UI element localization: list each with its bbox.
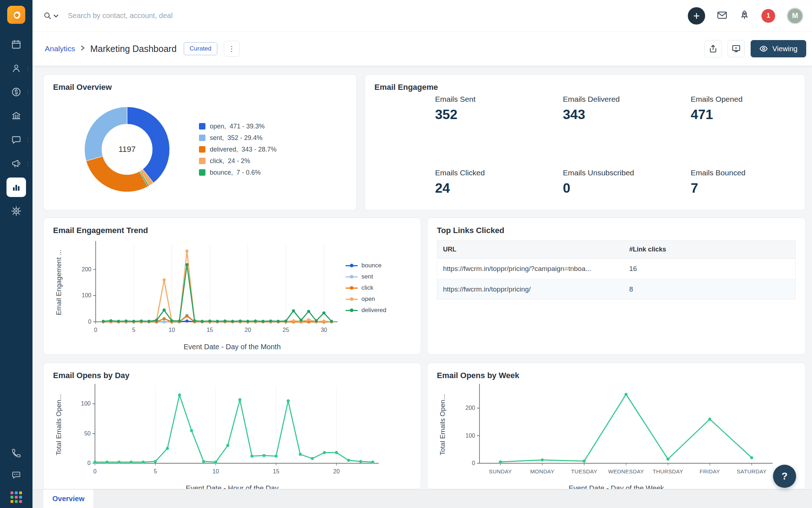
phone-icon[interactable] xyxy=(11,448,21,460)
present-button[interactable] xyxy=(728,40,745,57)
card-title: Top Links Clicked xyxy=(437,226,796,235)
search-scope-chevron-icon[interactable] xyxy=(53,14,58,18)
engagement-trend-chart[interactable]: 0100200051015202530Email Engagement ... xyxy=(53,237,346,342)
svg-text:5: 5 xyxy=(132,327,135,333)
email-inbox-button[interactable] xyxy=(717,10,728,22)
card-email-engagement: Email Engageme Emails Sent352Emails Deli… xyxy=(365,74,805,210)
app-switcher-icon[interactable] xyxy=(10,491,22,503)
legend-label: open xyxy=(361,295,375,303)
notifications-badge[interactable]: 1 xyxy=(761,9,775,23)
sidebar-item-conversations[interactable]: ⋮ xyxy=(0,128,32,152)
topbar-actions: + 1 M xyxy=(688,7,812,25)
contacts-kebab-icon[interactable]: ⋮ xyxy=(25,66,31,71)
svg-text:200: 200 xyxy=(465,405,475,411)
svg-text:100: 100 xyxy=(82,292,91,298)
sidebar-nav: ⋮ ⋮ ⋮ ⋮ xyxy=(0,32,32,223)
legend-item[interactable]: delivered, 343 - 28.7% xyxy=(199,146,277,153)
x-axis-label: Event Date - Hour of the Day xyxy=(53,484,411,489)
metric-label: Emails Opened xyxy=(691,95,805,104)
column-header-clicks[interactable]: #Link clicks xyxy=(624,241,796,259)
legend-item[interactable]: click xyxy=(346,284,407,292)
svg-text:WEDNESDAY: WEDNESDAY xyxy=(608,468,644,474)
metric: Emails Clicked24 xyxy=(435,168,563,196)
card-title: Email Opens by Day xyxy=(53,371,411,380)
svg-text:15: 15 xyxy=(273,468,279,474)
legend-item[interactable]: open, 471 - 39.3% xyxy=(199,123,277,130)
chat-icon xyxy=(11,134,22,145)
svg-text:TUESDAY: TUESDAY xyxy=(571,468,598,474)
legend-label: open, 471 - 39.3% xyxy=(210,123,265,130)
email-overview-body: 1197 open, 471 - 39.3%sent, 352 - 29.4%d… xyxy=(53,101,347,198)
sidebar-item-calendar[interactable] xyxy=(0,32,32,56)
breadcrumb-analytics-link[interactable]: Analytics xyxy=(45,44,75,53)
deals-kebab-icon[interactable]: ⋮ xyxy=(25,89,31,95)
freshworks-logo[interactable] xyxy=(7,6,25,24)
conversations-kebab-icon[interactable]: ⋮ xyxy=(25,137,31,143)
metric-value: 24 xyxy=(435,181,563,196)
svg-text:Total Emails Open...: Total Emails Open... xyxy=(55,394,62,455)
sidebar-item-campaigns[interactable]: ⋮ xyxy=(0,152,32,175)
quick-add-button[interactable]: + xyxy=(688,7,705,25)
viewing-button[interactable]: Viewing xyxy=(751,40,806,57)
search-icon[interactable] xyxy=(43,12,52,20)
calendar-icon xyxy=(11,39,22,50)
x-axis-label: Event Date - Day of the Month xyxy=(53,343,411,351)
page-header: Analytics Marketing Dashboard Curated ⋮ … xyxy=(32,32,812,66)
svg-text:Total Emails Open...: Total Emails Open... xyxy=(439,394,446,455)
sidebar-item-analytics[interactable] xyxy=(0,175,32,199)
column-header-url[interactable]: URL xyxy=(437,241,624,259)
bottom-tab-bar: Overview xyxy=(32,489,812,508)
sidebar-item-contacts[interactable]: ⋮ xyxy=(0,56,32,80)
avatar[interactable]: M xyxy=(787,8,803,24)
legend-item[interactable]: sent, 352 - 29.4% xyxy=(199,134,277,142)
opens-by-week-chart[interactable]: 0100200SUNDAYMONDAYTUESDAYWEDNESDAYTHURS… xyxy=(437,380,794,482)
svg-text:0: 0 xyxy=(94,327,97,333)
card-email-overview: Email Overview 1197 open, 471 - 39.3%sen… xyxy=(43,74,357,210)
svg-text:10: 10 xyxy=(169,327,175,333)
metric: Emails Sent352 xyxy=(435,95,563,122)
svg-text:25: 25 xyxy=(283,327,289,333)
legend-label: bounce, 7 - 0.6% xyxy=(210,169,261,176)
svg-text:0: 0 xyxy=(472,460,475,466)
link-url[interactable]: https://fwcrm.in/toppr/pricing/?campaign… xyxy=(437,259,624,279)
table-row[interactable]: https://fwcrm.in/toppr/pricing/8 xyxy=(437,279,796,300)
legend-item[interactable]: open xyxy=(346,295,407,303)
help-chat-icon[interactable] xyxy=(11,470,21,481)
metric: Emails Bounced7 xyxy=(691,168,805,196)
email-overview-donut-chart[interactable]: 1197 xyxy=(78,101,176,198)
sidebar-item-accounts[interactable] xyxy=(0,104,32,128)
tab-overview[interactable]: Overview xyxy=(43,490,94,508)
table-row[interactable]: https://fwcrm.in/toppr/pricing/?campaign… xyxy=(437,259,796,279)
legend-item[interactable]: sent xyxy=(346,273,407,280)
legend-swatch xyxy=(199,135,205,141)
sidebar-item-deals[interactable]: ⋮ xyxy=(0,80,32,104)
whats-new-button[interactable] xyxy=(739,10,750,22)
breadcrumb: Analytics Marketing Dashboard Curated ⋮ xyxy=(45,41,240,57)
opens-by-day-chart[interactable]: 05010005101520Total Emails Open... xyxy=(53,380,411,482)
link-clicks: 8 xyxy=(624,279,796,300)
envelope-icon xyxy=(717,10,728,21)
curated-badge: Curated xyxy=(184,42,217,55)
viewing-label: Viewing xyxy=(772,45,798,53)
legend-item[interactable]: bounce xyxy=(346,262,407,269)
notification-count: 1 xyxy=(767,12,770,19)
legend-item[interactable]: bounce, 7 - 0.6% xyxy=(199,169,277,176)
svg-text:10: 10 xyxy=(213,468,219,474)
dashboard-menu-button[interactable]: ⋮ xyxy=(224,41,240,57)
svg-text:15: 15 xyxy=(207,327,213,333)
link-url[interactable]: https://fwcrm.in/toppr/pricing/ xyxy=(437,279,624,300)
sidebar-item-settings[interactable] xyxy=(0,199,32,223)
legend-label: delivered, 343 - 28.7% xyxy=(210,146,277,153)
engagement-metrics: Emails Sent352Emails Delivered343Emails … xyxy=(435,95,795,196)
svg-text:100: 100 xyxy=(465,433,475,439)
donut-total: 1197 xyxy=(78,101,176,198)
legend-item[interactable]: delivered xyxy=(346,307,407,314)
campaigns-kebab-icon[interactable]: ⋮ xyxy=(25,161,31,166)
svg-text:200: 200 xyxy=(82,266,91,272)
legend-swatch xyxy=(199,169,205,176)
legend-item[interactable]: click, 24 - 2% xyxy=(199,157,277,165)
search-input[interactable] xyxy=(68,12,321,20)
svg-text:30: 30 xyxy=(321,327,327,333)
export-button[interactable] xyxy=(704,40,722,57)
help-button[interactable]: ? xyxy=(773,465,796,488)
